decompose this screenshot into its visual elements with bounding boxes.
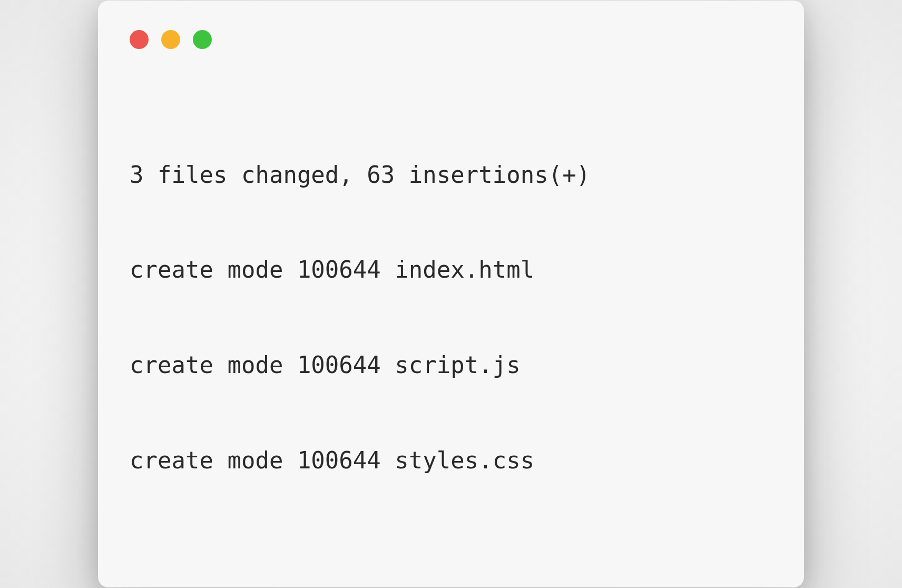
terminal-line: create mode 100644 index.html bbox=[130, 254, 772, 286]
terminal-line: create mode 100644 script.js bbox=[130, 349, 772, 381]
terminal-line: create mode 100644 styles.css bbox=[130, 445, 772, 476]
window-controls bbox=[130, 30, 772, 49]
terminal-output: 3 files changed, 63 insertions(+) create… bbox=[130, 95, 772, 540]
close-icon[interactable] bbox=[130, 30, 149, 49]
terminal-window: 3 files changed, 63 insertions(+) create… bbox=[98, 1, 804, 587]
minimize-icon[interactable] bbox=[161, 30, 180, 49]
terminal-line: 3 files changed, 63 insertions(+) bbox=[130, 159, 772, 191]
maximize-icon[interactable] bbox=[193, 30, 212, 49]
